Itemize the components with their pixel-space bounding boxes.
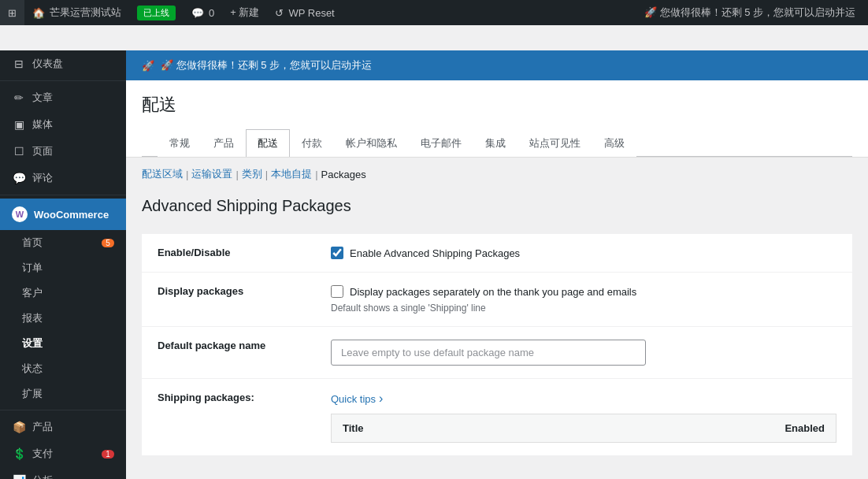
sidebar-item-reports[interactable]: 报表: [0, 306, 126, 331]
tab-advanced[interactable]: 高级: [592, 129, 636, 157]
packages-table-enabled-header: Enabled: [538, 414, 836, 443]
tab-email[interactable]: 电子邮件: [409, 129, 473, 157]
sidebar-item-pages[interactable]: ☐ 页面: [0, 138, 126, 165]
breadcrumb-local-pickup[interactable]: 本地自提: [271, 167, 312, 181]
display-packages-row: Display packages Display packages separa…: [142, 273, 852, 327]
breadcrumb-classes[interactable]: 类别: [242, 167, 262, 181]
top-notice-bar: 🚀 🚀 您做得很棒！还剩 5 步，您就可以启动并运: [126, 50, 868, 80]
page-header: 配送 常规 产品 配送 付款 帐户和隐私 电子邮件 集成 站点可见性 高级: [126, 80, 868, 158]
default-package-name-label: Default package name: [142, 327, 315, 379]
sidebar-item-analytics[interactable]: 📊 分析: [0, 467, 126, 479]
breadcrumb-shipping-settings[interactable]: 运输设置: [191, 167, 232, 181]
enable-checkbox-row: Enable Advanced Shipping Packages: [331, 247, 836, 259]
rocket-icon: 🚀: [142, 60, 154, 72]
sidebar-item-status[interactable]: 状态: [0, 356, 126, 381]
breadcrumb-current: Packages: [321, 169, 366, 180]
display-helper-text: Default shows a single 'Shipping' line: [331, 303, 836, 314]
tab-accounts[interactable]: 帐户和隐私: [334, 129, 409, 157]
breadcrumb-shipping-zones[interactable]: 配送区域: [142, 167, 183, 181]
shipping-packages-row: Shipping packages: Quick tips › Title En…: [142, 379, 852, 456]
sidebar-item-posts[interactable]: ✏ 文章: [0, 84, 126, 111]
comments-button[interactable]: 💬 0: [184, 0, 222, 25]
wp-logo[interactable]: ⊞: [0, 0, 24, 25]
enable-disable-label: Enable/Disable: [142, 234, 315, 273]
sidebar-item-dashboard[interactable]: ⊟ 仪表盘: [0, 50, 126, 77]
display-packages-label: Display packages: [142, 273, 315, 327]
media-icon: ▣: [12, 118, 26, 131]
sidebar-item-settings[interactable]: 设置: [0, 331, 126, 356]
content-area: Advanced Shipping Packages Enable/Disabl…: [126, 197, 868, 472]
enable-checkbox[interactable]: [331, 247, 343, 259]
shipping-packages-cell: Quick tips › Title Enabled: [315, 379, 852, 456]
dashboard-icon: ⊟: [12, 58, 26, 70]
tab-products[interactable]: 产品: [202, 129, 246, 157]
woo-icon: W: [12, 206, 28, 222]
chevron-right-icon: ›: [379, 392, 383, 406]
sidebar-item-payments[interactable]: 💲 支付 1: [0, 440, 126, 467]
sidebar-item-customers[interactable]: 客户: [0, 280, 126, 306]
settings-tabs: 常规 产品 配送 付款 帐户和隐私 电子邮件 集成 站点可见性 高级: [142, 129, 852, 157]
breadcrumb: 配送区域 | 运输设置 | 类别 | 本地自提 | Packages: [126, 158, 868, 191]
enable-disable-row: Enable/Disable Enable Advanced Shipping …: [142, 234, 852, 273]
sidebar-item-products[interactable]: 📦 产品: [0, 414, 126, 440]
enable-disable-cell: Enable Advanced Shipping Packages: [315, 234, 852, 273]
packages-table-title-header: Title: [332, 414, 539, 443]
home-icon: 🏠: [32, 7, 45, 19]
sidebar-item-media[interactable]: ▣ 媒体: [0, 111, 126, 138]
woocommerce-section-header[interactable]: W WooCommerce: [0, 199, 126, 230]
display-checkbox-row: Display packages separately on the thank…: [331, 285, 836, 298]
default-package-name-input[interactable]: [331, 340, 646, 366]
woocommerce-subitems: 首页 5 订单 客户 报表 设置 状态 扩展: [0, 230, 126, 407]
products-icon: 📦: [12, 421, 26, 433]
new-content-button[interactable]: + 新建: [222, 0, 267, 25]
section-title: Advanced Shipping Packages: [142, 197, 852, 215]
quick-tips-link[interactable]: Quick tips ›: [331, 392, 836, 406]
tab-shipping[interactable]: 配送: [246, 129, 290, 157]
analytics-icon: 📊: [12, 474, 26, 479]
display-checkbox-label[interactable]: Display packages separately on the thank…: [350, 286, 636, 298]
payments-icon: 💲: [12, 447, 26, 460]
packages-table: Title Enabled: [331, 414, 836, 443]
comments-sidebar-icon: 💬: [12, 172, 26, 184]
wordpress-icon: ⊞: [8, 7, 17, 19]
sidebar-item-home[interactable]: 首页 5: [0, 230, 126, 255]
sidebar-item-comments[interactable]: 💬 评论: [0, 165, 126, 191]
sidebar-item-orders[interactable]: 订单: [0, 255, 126, 280]
wp-reset-button[interactable]: ↺ WP Reset: [267, 0, 342, 25]
tab-payments[interactable]: 付款: [290, 129, 334, 157]
reset-icon: ↺: [275, 7, 284, 19]
notice-text: 🚀 您做得很棒！还剩 5 步，您就可以启动并运: [632, 6, 868, 20]
default-package-name-cell: [315, 327, 852, 379]
sidebar-item-extensions[interactable]: 扩展: [0, 381, 126, 407]
pages-icon: ☐: [12, 145, 26, 158]
tab-visibility[interactable]: 站点可见性: [517, 129, 592, 157]
display-checkbox[interactable]: [331, 285, 343, 298]
shipping-packages-label: Shipping packages:: [142, 379, 315, 456]
display-packages-cell: Display packages separately on the thank…: [315, 273, 852, 327]
online-status[interactable]: 已上线: [129, 0, 184, 25]
posts-icon: ✏: [12, 91, 26, 104]
tab-integration[interactable]: 集成: [473, 129, 517, 157]
comments-icon: 💬: [191, 7, 204, 19]
page-title: 配送: [142, 93, 852, 117]
settings-table: Enable/Disable Enable Advanced Shipping …: [142, 234, 852, 456]
main-content: 🚀 🚀 您做得很棒！还剩 5 步，您就可以启动并运 配送 常规 产品 配送 付款…: [126, 50, 868, 479]
site-name[interactable]: 🏠 芒果运营测试站: [24, 0, 129, 25]
enable-checkbox-label[interactable]: Enable Advanced Shipping Packages: [350, 247, 520, 259]
default-package-name-row: Default package name: [142, 327, 852, 379]
sidebar: ⊟ 仪表盘 ✏ 文章 ▣ 媒体 ☐ 页面 💬 评论 W WooCommerce …: [0, 50, 126, 479]
tab-general[interactable]: 常规: [158, 129, 202, 157]
